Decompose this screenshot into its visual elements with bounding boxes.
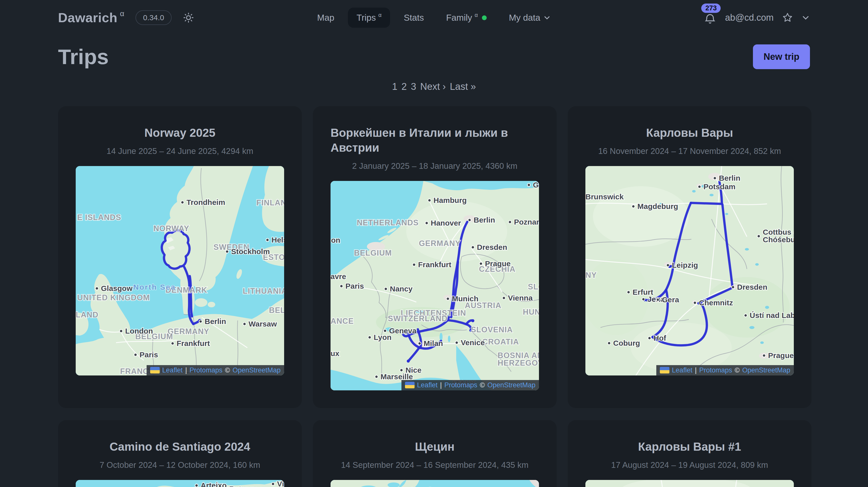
svg-text:Prague: Prague xyxy=(768,351,794,360)
bell-icon xyxy=(703,12,717,26)
trip-map[interactable]: Leaflet | Protomaps © OpenStreetMap xyxy=(585,480,794,487)
nav-item-stats[interactable]: Stats xyxy=(395,7,433,28)
user-menu-toggle[interactable] xyxy=(801,13,810,22)
trip-map[interactable]: ArteixoBetanzosVilalbaCarballo Leaflet |… xyxy=(76,480,284,487)
svg-text:Warsaw: Warsaw xyxy=(249,320,277,328)
svg-text:Ústí nad Labem: Ústí nad Labem xyxy=(750,311,794,319)
svg-text:Marseille: Marseille xyxy=(380,372,413,381)
nav-item-map[interactable]: Map xyxy=(309,7,343,28)
protomaps-link[interactable]: Protomaps xyxy=(699,366,732,374)
svg-text:Chemnitz: Chemnitz xyxy=(699,299,733,307)
svg-text:Leipzig: Leipzig xyxy=(672,261,698,269)
svg-text:Helsinki: Helsinki xyxy=(272,236,284,244)
ukraine-flag-icon xyxy=(405,382,414,388)
protomaps-link[interactable]: Protomaps xyxy=(444,381,477,389)
svg-text:Paris: Paris xyxy=(345,282,364,290)
svg-text:LAND: LAND xyxy=(76,310,98,319)
svg-text:GERMANY: GERMANY xyxy=(167,327,209,336)
svg-text:Gdansk: Gdansk xyxy=(533,181,539,189)
chevron-down-icon xyxy=(801,13,810,22)
svg-text:NORWAY: NORWAY xyxy=(153,224,189,233)
pagination: 1 2 3 Next › Last » xyxy=(0,81,868,92)
trip-card-karlovy-vary[interactable]: Карловы Вары 16 November 2024 – 17 Novem… xyxy=(568,106,811,408)
alpha-badge: α xyxy=(120,9,124,18)
svg-text:E ISLANDS: E ISLANDS xyxy=(77,213,121,222)
svg-text:Milan: Milan xyxy=(424,339,443,347)
user-email[interactable]: ab@cd.com xyxy=(725,12,774,23)
map-attribution: Leaflet | Protomaps © OpenStreetMap xyxy=(656,365,794,375)
protomaps-link[interactable]: Protomaps xyxy=(189,366,222,374)
favorite-button[interactable] xyxy=(782,12,793,24)
svg-text:Betanzos: Betanzos xyxy=(229,485,263,487)
svg-text:North Sea: North Sea xyxy=(133,283,176,291)
trip-map[interactable]: Stralsund Leaflet | Protomaps © OpenStre… xyxy=(331,480,539,487)
map-attribution: Leaflet | Protomaps © OpenStreetMap xyxy=(147,365,284,375)
trip-card-workation-italy-austria[interactable]: Воркейшен в Италии и лыжи в Австрии 2 Ja… xyxy=(313,106,557,408)
trip-title: Norway 2025 xyxy=(76,125,284,140)
svg-text:Venice: Venice xyxy=(461,338,485,347)
chevron-down-icon xyxy=(543,14,551,22)
notifications-button[interactable]: 273 xyxy=(703,9,717,26)
leaflet-link[interactable]: Leaflet xyxy=(162,366,183,374)
svg-text:HUNGARY: HUNGARY xyxy=(523,308,539,316)
nav-item-trips[interactable]: Tripsα xyxy=(348,7,390,28)
osm-link[interactable]: OpenStreetMap xyxy=(742,366,790,374)
svg-text:Berlin: Berlin xyxy=(205,317,226,326)
trip-title: Щецин xyxy=(331,439,539,454)
svg-text:CROATIA: CROATIA xyxy=(482,337,519,346)
svg-text:BOSNIA ANDHERZEGOVINA: BOSNIA ANDHERZEGOVINA xyxy=(498,351,539,367)
pagination-last[interactable]: Last » xyxy=(450,81,476,92)
star-icon xyxy=(782,12,793,24)
map-canvas: NETHERLANDSGERMANYBELGIUMCZECHIASLOVAKIA… xyxy=(331,181,539,390)
ukraine-flag-icon xyxy=(150,367,160,373)
version-badge: 0.34.0 xyxy=(135,10,172,25)
svg-text:Stralsund: Stralsund xyxy=(396,486,431,487)
trip-map[interactable]: E ISLANDSFINLANDNORWAYSWEDENESTONIAUNITE… xyxy=(76,166,284,375)
trip-card-norway-2025[interactable]: Norway 2025 14 June 2025 – 24 June 2025,… xyxy=(58,106,302,408)
page-title: Trips xyxy=(58,45,109,69)
new-trip-button[interactable]: New trip xyxy=(753,44,810,69)
svg-text:Poznan: Poznan xyxy=(514,218,539,226)
pagination-next[interactable]: Next › xyxy=(420,81,445,92)
svg-text:Geneva: Geneva xyxy=(389,327,416,335)
trip-title: Camino de Santiago 2024 xyxy=(76,439,284,454)
trip-card-karlovy-vary-1[interactable]: Карловы Вары #1 17 August 2024 – 19 Augu… xyxy=(568,420,811,487)
svg-text:Nancy: Nancy xyxy=(390,285,412,293)
svg-text:Lyon: Lyon xyxy=(374,333,392,341)
osm-link[interactable]: OpenStreetMap xyxy=(232,366,281,374)
svg-text:Frankfurt: Frankfurt xyxy=(418,261,452,269)
osm-link[interactable]: OpenStreetMap xyxy=(487,381,535,389)
svg-text:Hamburg: Hamburg xyxy=(434,196,467,204)
svg-text:LITHUANIA: LITHUANIA xyxy=(243,287,284,296)
theme-toggle-button[interactable] xyxy=(183,12,194,24)
nav-item-family[interactable]: Familyα xyxy=(437,7,495,28)
svg-text:Stockholm: Stockholm xyxy=(231,247,270,255)
trip-map[interactable]: NETHERLANDSGERMANYBELGIUMCZECHIASLOVAKIA… xyxy=(331,181,539,390)
svg-text:GERMANY: GERMANY xyxy=(419,239,461,248)
svg-text:Vilalba: Vilalba xyxy=(277,480,284,487)
sun-icon xyxy=(183,12,194,24)
trip-card-camino-de-santiago[interactable]: Camino de Santiago 2024 7 October 2024 –… xyxy=(58,420,302,487)
alpha-badge: α xyxy=(475,12,478,19)
pagination-page-3[interactable]: 3 xyxy=(411,81,416,92)
trip-dates: 16 November 2024 – 17 November 2024, 852… xyxy=(585,146,794,156)
svg-text:Gera: Gera xyxy=(662,296,679,304)
app-logo[interactable]: Dawarichα xyxy=(58,10,124,25)
main-nav: Map Tripsα Stats Familyα My data xyxy=(309,7,559,28)
svg-text:NETHERLANDS: NETHERLANDS xyxy=(357,218,418,227)
trip-card-szczecin[interactable]: Щецин 14 September 2024 – 16 September 2… xyxy=(313,420,557,487)
trip-title: Карловы Вары xyxy=(585,125,794,140)
pagination-page-1[interactable]: 1 xyxy=(392,81,397,92)
svg-text:Arteixo: Arteixo xyxy=(200,481,226,487)
svg-text:Paris: Paris xyxy=(140,351,158,359)
trip-map[interactable]: NYBerlinPotsdamBrunswickMagdeburgCottbus… xyxy=(585,166,794,375)
leaflet-link[interactable]: Leaflet xyxy=(417,381,437,389)
notification-count-badge: 273 xyxy=(701,3,721,13)
pagination-page-2[interactable]: 2 xyxy=(401,81,407,92)
nav-item-my-data[interactable]: My data xyxy=(500,7,560,28)
trip-dates: 7 October 2024 – 12 October 2024, 160 km xyxy=(76,460,284,470)
svg-text:London: London xyxy=(125,327,153,335)
trip-dates: 14 June 2025 – 24 June 2025, 4294 km xyxy=(76,146,284,156)
svg-text:Brunswick: Brunswick xyxy=(585,192,624,201)
leaflet-link[interactable]: Leaflet xyxy=(672,366,692,374)
